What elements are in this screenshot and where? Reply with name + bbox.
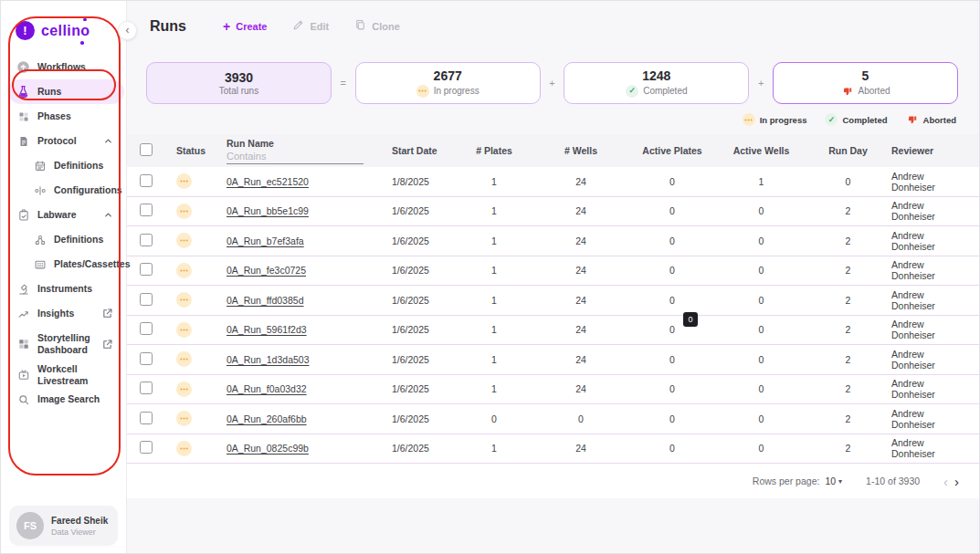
- sidebar-item-label: Insights: [37, 308, 74, 319]
- sidebar-item-plates-cassettes[interactable]: Plates/Cassettes: [8, 252, 113, 277]
- row-checkbox[interactable]: [140, 174, 153, 187]
- reviewer-cell: Andrew Donheiser: [891, 171, 964, 193]
- active-plates-cell: 0: [627, 295, 718, 306]
- stat-card-total-runs[interactable]: 3930Total runs: [146, 62, 332, 104]
- sidebar-item-storytelling-dashboard[interactable]: Storytelling Dashboard: [8, 326, 113, 362]
- select-all-checkbox[interactable]: [140, 143, 153, 156]
- stat-label: ✓Completed: [626, 85, 687, 98]
- table-row: 0A_Run_260af6bb1/6/202500002Andrew Donhe…: [127, 404, 979, 434]
- row-checkbox[interactable]: [140, 234, 153, 246]
- sidebar-item-definitions[interactable]: Definitions: [8, 153, 113, 178]
- table-row: 0A_Run_fe3c07251/6/2025124002Andrew Donh…: [127, 256, 979, 287]
- calendar-icon: [33, 159, 47, 172]
- sidebar-item-workflows[interactable]: Workflows: [8, 55, 113, 79]
- logo-dot: [80, 41, 84, 45]
- sidebar-item-runs[interactable]: Runs: [8, 79, 124, 104]
- sidebar-item-instruments[interactable]: Instruments: [8, 277, 113, 301]
- previous-page-button[interactable]: ‹: [943, 474, 948, 489]
- sidebar-item-protocol[interactable]: Protocol: [8, 129, 113, 153]
- search-icon: [16, 392, 30, 406]
- table-body: 0A_Run_ec5215201/8/2025124010Andrew Donh…: [127, 167, 979, 464]
- column-run-day: Run Day: [805, 145, 891, 156]
- row-checkbox[interactable]: [140, 441, 153, 454]
- brand-logo[interactable]: ! cellino: [1, 1, 126, 40]
- page-header: Runs +Create Edit Clone: [127, 1, 979, 51]
- column-wells: # Wells: [535, 145, 627, 156]
- clone-button[interactable]: Clone: [354, 19, 400, 33]
- row-checkbox-cell: [140, 412, 176, 426]
- run-name-link[interactable]: 0A_Run_5961f2d3: [227, 324, 392, 335]
- run-day-cell: 2: [805, 413, 891, 424]
- active-wells-cell: 0: [718, 324, 805, 335]
- rows-per-page-select[interactable]: 10▾: [825, 476, 842, 486]
- row-checkbox[interactable]: [140, 322, 153, 335]
- sidebar-item-configurations[interactable]: Configurations: [8, 178, 113, 203]
- plates-cell: 0: [453, 413, 535, 424]
- reviewer-cell: Andrew Donheiser: [891, 349, 964, 371]
- user-profile-chip[interactable]: FS Fareed Sheik Data Viewer: [9, 506, 118, 546]
- sidebar-item-definitions[interactable]: Definitions: [8, 227, 113, 252]
- create-button[interactable]: +Create: [223, 20, 267, 33]
- brand-wordmark: cellino: [41, 23, 90, 39]
- sidebar-item-workcell-livestream[interactable]: Workcell Livestream: [8, 362, 113, 387]
- start-date-cell: 1/6/2025: [392, 413, 453, 424]
- row-checkbox[interactable]: [140, 412, 153, 424]
- plus-icon: +: [223, 20, 230, 33]
- sidebar-collapse-button[interactable]: ‹: [118, 21, 137, 40]
- sidebar-item-image-search[interactable]: Image Search: [8, 387, 113, 412]
- run-name-link[interactable]: 0A_Run_ec521520: [227, 176, 392, 187]
- row-checkbox[interactable]: [140, 382, 153, 394]
- run-day-cell: 2: [805, 205, 891, 216]
- stat-value: 5: [862, 69, 869, 82]
- stat-value: 1248: [642, 69, 670, 82]
- run-name-link[interactable]: 0A_Run_b7ef3afa: [227, 235, 392, 246]
- run-name-filter-input[interactable]: [227, 150, 364, 164]
- active-plates-tooltip: 0: [683, 312, 698, 327]
- in-progress-icon: [176, 411, 192, 426]
- run-name-link[interactable]: 0A_Run_1d3da503: [227, 354, 392, 365]
- row-checkbox[interactable]: [140, 204, 153, 216]
- run-name-link[interactable]: 0A_Run_ffd0385d: [227, 295, 392, 306]
- column-status: Status: [176, 145, 227, 156]
- run-name-link[interactable]: 0A_Run_0825c99b: [227, 443, 392, 454]
- cellino-logo-icon: !: [16, 21, 35, 40]
- row-checkbox-cell: [140, 293, 176, 308]
- sidebar-item-labware[interactable]: Labware: [8, 203, 113, 227]
- table-row: 0A_Run_bb5e1c991/6/2025124002Andrew Donh…: [127, 197, 979, 227]
- sidebar-item-label: Image Search: [37, 393, 100, 405]
- run-name-link[interactable]: 0A_Run_260af6bb: [227, 413, 392, 424]
- run-day-cell: 2: [805, 295, 891, 306]
- in-progress-icon: [176, 322, 192, 338]
- runs-table: Status Run Name Start Date # Plates # We…: [127, 134, 979, 498]
- reviewer-cell: Andrew Donheiser: [891, 289, 964, 311]
- reviewer-cell: Andrew Donheiser: [891, 200, 964, 222]
- row-checkbox-cell: [140, 204, 176, 218]
- sidebar-item-label: Instruments: [37, 283, 92, 295]
- edit-button[interactable]: Edit: [292, 19, 329, 33]
- row-checkbox[interactable]: [140, 352, 153, 365]
- stat-value: 3930: [225, 71, 253, 84]
- sidebar-item-insights[interactable]: Insights: [8, 301, 113, 326]
- sidebar-item-label: Configurations: [54, 184, 122, 196]
- row-checkbox[interactable]: [140, 263, 153, 276]
- run-name-link[interactable]: 0A_Run_f0a03d32: [227, 383, 392, 394]
- app-window: ! cellino WorkflowsRunsPhasesProtocolDef…: [0, 0, 980, 554]
- dashboard-icon: [16, 338, 30, 351]
- sidebar-item-label: Storytelling Dashboard: [37, 332, 94, 355]
- next-page-button[interactable]: ›: [954, 474, 959, 489]
- stat-label: In progress: [416, 85, 479, 98]
- run-name-link[interactable]: 0A_Run_bb5e1c99: [227, 205, 392, 216]
- start-date-cell: 1/6/2025: [392, 205, 453, 216]
- plates-cell: 1: [453, 235, 535, 246]
- run-day-cell: 2: [805, 383, 891, 394]
- sidebar-item-phases[interactable]: Phases: [8, 104, 113, 129]
- stat-card-aborted[interactable]: 5Aborted: [773, 62, 958, 104]
- run-name-link[interactable]: 0A_Run_fe3c0725: [227, 265, 392, 276]
- workflows-icon: [16, 60, 30, 74]
- external-link-icon: [101, 339, 113, 350]
- stat-card-in-progress[interactable]: 2677In progress: [355, 62, 541, 104]
- wells-cell: 24: [535, 176, 627, 187]
- row-checkbox[interactable]: [140, 293, 153, 306]
- stat-card-completed[interactable]: 1248✓Completed: [564, 62, 749, 104]
- wells-cell: 24: [535, 235, 627, 246]
